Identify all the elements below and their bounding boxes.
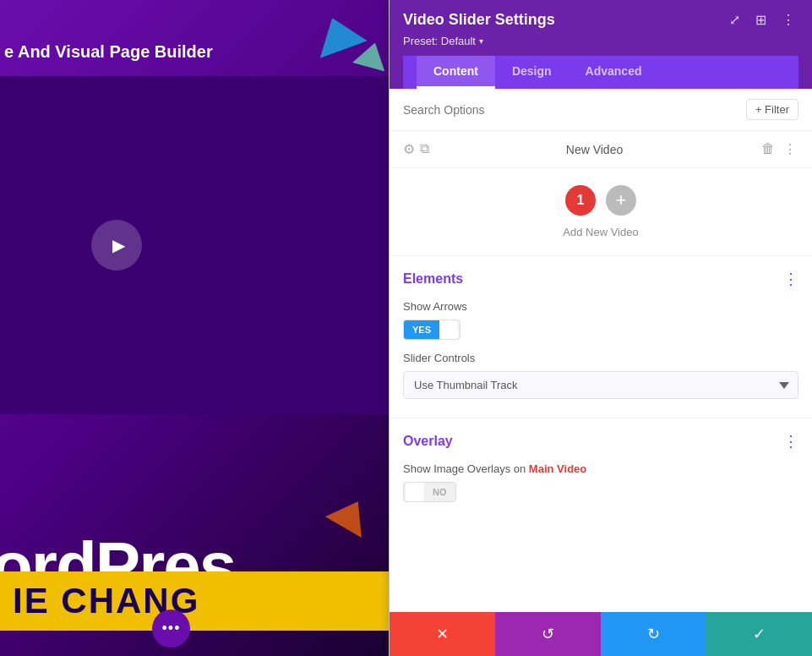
elements-section-header: Elements ⋮ — [403, 270, 798, 288]
show-image-overlays-field: Show Image Overlays on Main Video NO — [403, 462, 798, 502]
elements-section-title: Elements — [403, 271, 463, 287]
dots-fab-button[interactable]: ••• — [152, 610, 190, 648]
tab-advanced[interactable]: Advanced — [569, 56, 659, 89]
trash-icon[interactable]: 🗑 — [760, 139, 777, 159]
page-preview: e And Visual Page Builder D ordPres IE C… — [0, 0, 389, 656]
bg-shape-1 — [308, 9, 368, 58]
toggle-yes-no[interactable]: YES — [403, 320, 460, 340]
panel-tabs: Content Design Advanced — [403, 56, 798, 89]
toggle-no-label: NO — [424, 483, 455, 501]
add-video-label: Add New Video — [563, 226, 638, 238]
bottom-spacer — [390, 521, 812, 538]
add-video-button[interactable]: + — [606, 185, 636, 216]
cancel-button[interactable]: ✕ — [390, 612, 495, 656]
show-overlays-toggle[interactable]: NO — [403, 482, 798, 502]
overlay-section: Overlay ⋮ Show Image Overlays on Main Vi… — [390, 418, 812, 521]
video-thumbnail — [0, 76, 389, 414]
show-arrows-toggle[interactable]: YES — [403, 320, 798, 340]
video-number-badge[interactable]: 1 — [565, 185, 596, 216]
save-icon: ✓ — [753, 625, 766, 643]
expand-icon[interactable]: ⤢ — [726, 10, 744, 30]
tab-content[interactable]: Content — [417, 56, 495, 89]
undo-button[interactable]: ↺ — [495, 612, 601, 656]
redo-button[interactable]: ↻ — [601, 612, 706, 656]
panel-body: ⚙ ⧉ New Video 🗑 ⋮ 1 + Add New Video — [390, 131, 812, 612]
show-arrows-label: Show Arrows — [403, 300, 798, 313]
toggle-off-handle — [406, 483, 424, 501]
settings-panel: Video Slider Settings ⤢ ⊞ ⋮ Preset: Defa… — [390, 0, 812, 656]
overlay-section-title: Overlay — [403, 434, 453, 449]
plus-icon: + — [616, 189, 627, 211]
badge-number: 1 — [577, 193, 585, 208]
video-badges-row: 1 + — [565, 185, 636, 216]
tab-design[interactable]: Design — [495, 56, 569, 89]
more-video-options-icon[interactable]: ⋮ — [782, 139, 798, 159]
more-options-icon[interactable]: ⋮ — [778, 10, 798, 30]
split-icon[interactable]: ⊞ — [752, 10, 770, 30]
toggle-yes-label: YES — [404, 320, 439, 339]
slider-controls-field: Slider Controls Use Thumbnail Track Use … — [403, 352, 798, 399]
panel-header-top: Video Slider Settings ⤢ ⊞ ⋮ — [403, 10, 798, 30]
search-input[interactable] — [403, 103, 739, 117]
toggle-off-switch[interactable]: NO — [403, 482, 456, 502]
main-video-highlight: Main Video — [529, 462, 586, 475]
gear-icon[interactable]: ⚙ — [403, 141, 415, 157]
filter-button[interactable]: + Filter — [746, 99, 798, 120]
yellow-banner: IE CHANG — [0, 571, 389, 631]
undo-icon: ↺ — [542, 625, 554, 643]
video-item-actions: 🗑 ⋮ — [760, 139, 798, 159]
bg-shape-3 — [325, 491, 377, 538]
panel-footer: ✕ ↺ ↻ ✓ — [390, 612, 812, 656]
add-video-area: 1 + Add New Video — [390, 168, 812, 255]
panel-header-icons: ⤢ ⊞ ⋮ — [726, 10, 798, 30]
cancel-icon: ✕ — [436, 625, 449, 643]
video-item-row: ⚙ ⧉ New Video 🗑 ⋮ — [390, 131, 812, 168]
overlay-section-header: Overlay ⋮ — [403, 432, 798, 451]
copy-icon[interactable]: ⧉ — [420, 141, 429, 157]
slider-controls-select[interactable]: Use Thumbnail Track Use Dot Pagination N… — [403, 371, 798, 399]
toggle-handle — [439, 320, 458, 339]
elements-menu-icon[interactable]: ⋮ — [783, 270, 798, 288]
filter-label: + Filter — [755, 103, 789, 116]
preset-selector[interactable]: Preset: Default ▾ — [403, 35, 798, 47]
show-arrows-field: Show Arrows YES — [403, 300, 798, 340]
redo-icon: ↻ — [647, 625, 660, 643]
preset-label: Preset: Default — [403, 35, 476, 47]
page-builder-text: e And Visual Page Builder — [4, 42, 213, 62]
search-bar: + Filter — [390, 89, 812, 131]
elements-section: Elements ⋮ Show Arrows YES Slider Contro… — [390, 255, 812, 418]
slider-controls-label: Slider Controls — [403, 352, 798, 364]
save-button[interactable]: ✓ — [706, 612, 812, 656]
show-image-overlays-label: Show Image Overlays on Main Video — [403, 462, 798, 475]
panel-header: Video Slider Settings ⤢ ⊞ ⋮ Preset: Defa… — [390, 0, 812, 89]
preset-chevron-icon: ▾ — [479, 36, 483, 46]
video-item-name: New Video — [438, 143, 751, 156]
panel-title: Video Slider Settings — [403, 11, 555, 29]
overlay-menu-icon[interactable]: ⋮ — [783, 432, 798, 451]
video-item-icons: ⚙ ⧉ — [403, 141, 429, 157]
play-button[interactable] — [91, 220, 142, 271]
